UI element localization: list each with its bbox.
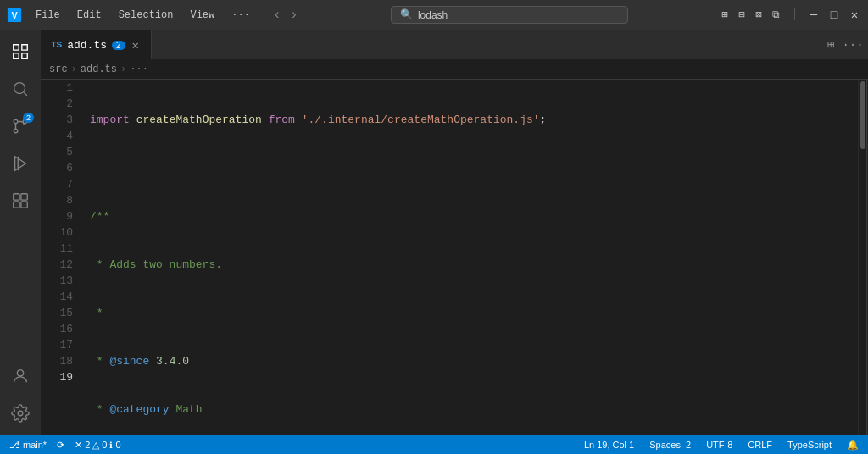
- code-content[interactable]: import createMathOperation from './.inte…: [83, 80, 858, 435]
- encoding-item[interactable]: UTF-8: [704, 440, 735, 450]
- menu-bar: File Edit Selection View ···: [29, 8, 257, 23]
- svg-rect-10: [21, 202, 27, 208]
- bell-icon: 🔔: [847, 440, 859, 451]
- tab-bar: TS add.ts 2 ✕ ⊞ ···: [41, 30, 868, 59]
- layout-btn-4[interactable]: ⧉: [769, 8, 782, 22]
- code-editor: 1 2 3 4 5 6 7 8 9 10 11 12 13 14 15 16 1…: [41, 80, 868, 435]
- extensions-activity-icon[interactable]: [5, 185, 36, 216]
- source-control-badge: 2: [23, 113, 34, 123]
- warning-count: 0: [102, 440, 107, 450]
- layout-btn-1[interactable]: ⊞: [718, 8, 732, 22]
- search-area: 🔍 lodash: [308, 6, 711, 24]
- sync-item[interactable]: ⟳: [54, 440, 67, 451]
- titlebar: V File Edit Selection View ··· ‹ › 🔍 lod…: [0, 0, 868, 30]
- svg-point-11: [17, 370, 23, 376]
- spaces-label: Spaces: 2: [649, 440, 691, 450]
- maximize-button[interactable]: □: [827, 8, 841, 22]
- position-item[interactable]: Ln 19, Col 1: [581, 440, 637, 450]
- layout-btn-2[interactable]: ⊟: [735, 8, 748, 22]
- svg-point-3: [14, 119, 18, 124]
- menu-file[interactable]: File: [29, 8, 67, 23]
- git-branch-icon: ⎇: [9, 440, 20, 451]
- position-label: Ln 19, Col 1: [584, 440, 634, 450]
- breadcrumb-sep-1: ›: [71, 64, 77, 75]
- error-icon: ✕: [75, 440, 82, 451]
- scrollbar-track[interactable]: [858, 80, 866, 435]
- code-line-2: [90, 160, 851, 176]
- info-icon: ℹ: [109, 440, 113, 450]
- info-count: 0: [115, 440, 120, 450]
- close-button[interactable]: ✕: [848, 8, 861, 22]
- line-numbers: 1 2 3 4 5 6 7 8 9 10 11 12 13 14 15 16 1…: [41, 80, 83, 435]
- nav-forward-button[interactable]: ›: [287, 8, 301, 22]
- minimize-button[interactable]: ─: [807, 8, 821, 22]
- encoding-label: UTF-8: [706, 440, 732, 450]
- tab-close-button[interactable]: ✕: [131, 38, 141, 53]
- code-line-5: *: [90, 305, 851, 321]
- split-editor-button[interactable]: ⊞: [822, 36, 839, 53]
- tab-filename: add.ts: [67, 39, 107, 52]
- account-activity-icon[interactable]: [5, 361, 36, 391]
- status-bar: ⎇ main* ⟳ ✕ 2 △ 0 ℹ 0 Ln 19, Col 1 Space…: [0, 435, 868, 454]
- svg-rect-9: [14, 202, 19, 208]
- language-label: TypeScript: [787, 440, 832, 450]
- svg-point-12: [18, 411, 23, 416]
- code-line-1: import createMathOperation from './.inte…: [90, 112, 851, 128]
- nav-back-button[interactable]: ‹: [270, 8, 284, 22]
- svg-rect-8: [21, 194, 27, 200]
- main-layout: 2: [0, 30, 868, 435]
- tab-actions: ⊞ ···: [822, 36, 868, 53]
- search-text: lodash: [418, 9, 448, 21]
- code-line-7: * @category Math: [90, 401, 851, 418]
- breadcrumb: src › add.ts › ···: [41, 59, 868, 80]
- layout-btn-3[interactable]: ⊠: [752, 8, 765, 22]
- code-line-3: /**: [90, 208, 851, 224]
- svg-marker-6: [15, 157, 26, 171]
- activity-bar: 2: [0, 30, 41, 435]
- window-controls: ⊞ ⊟ ⊠ ⧉ ─ □ ✕: [718, 8, 861, 22]
- tab-add-ts[interactable]: TS add.ts 2 ✕: [41, 30, 152, 59]
- more-actions-button[interactable]: ···: [844, 36, 861, 53]
- breadcrumb-src[interactable]: src: [49, 64, 68, 75]
- search-activity-icon[interactable]: [5, 74, 36, 104]
- explorer-activity-icon[interactable]: [5, 36, 36, 67]
- menu-edit[interactable]: Edit: [70, 8, 108, 23]
- breadcrumb-more[interactable]: ···: [130, 64, 148, 75]
- svg-point-2: [14, 83, 25, 94]
- line-ending-item[interactable]: CRLF: [745, 440, 775, 450]
- bell-item[interactable]: 🔔: [844, 440, 861, 451]
- search-icon: 🔍: [400, 8, 413, 21]
- errors-item[interactable]: ✕ 2 △ 0 ℹ 0: [72, 440, 123, 451]
- svg-point-4: [14, 129, 18, 133]
- code-line-4: * Adds two numbers.: [90, 257, 851, 273]
- search-box[interactable]: 🔍 lodash: [391, 6, 628, 24]
- breadcrumb-sep-2: ›: [120, 64, 126, 75]
- menu-more[interactable]: ···: [225, 8, 257, 23]
- line-ending-label: CRLF: [748, 440, 772, 450]
- tab-ts-label: TS: [51, 40, 62, 50]
- source-control-activity-icon[interactable]: 2: [5, 111, 36, 141]
- status-right: Ln 19, Col 1 Spaces: 2 UTF-8 CRLF TypeSc…: [581, 440, 861, 451]
- git-branch-item[interactable]: ⎇ main*: [7, 440, 49, 451]
- editor-area: TS add.ts 2 ✕ ⊞ ··· src › add.ts › ··· 1…: [41, 30, 868, 435]
- git-branch-label: main*: [23, 440, 47, 450]
- sync-icon: ⟳: [57, 440, 64, 451]
- code-line-6: * @since 3.4.0: [90, 353, 851, 369]
- svg-rect-7: [14, 194, 19, 200]
- settings-activity-icon[interactable]: [5, 398, 36, 429]
- app-icon: V: [7, 8, 22, 23]
- menu-view[interactable]: View: [183, 8, 221, 23]
- spaces-item[interactable]: Spaces: 2: [647, 440, 693, 450]
- warning-icon: △: [92, 440, 99, 451]
- breadcrumb-addts[interactable]: add.ts: [81, 64, 117, 75]
- tab-badge: 2: [112, 41, 125, 50]
- status-left: ⎇ main* ⟳ ✕ 2 △ 0 ℹ 0: [7, 440, 124, 451]
- menu-selection[interactable]: Selection: [112, 8, 181, 23]
- language-item[interactable]: TypeScript: [785, 440, 834, 450]
- run-activity-icon[interactable]: [5, 148, 36, 179]
- error-count: 2: [85, 440, 90, 450]
- svg-text:V: V: [11, 9, 18, 19]
- scrollbar-thumb[interactable]: [860, 81, 865, 149]
